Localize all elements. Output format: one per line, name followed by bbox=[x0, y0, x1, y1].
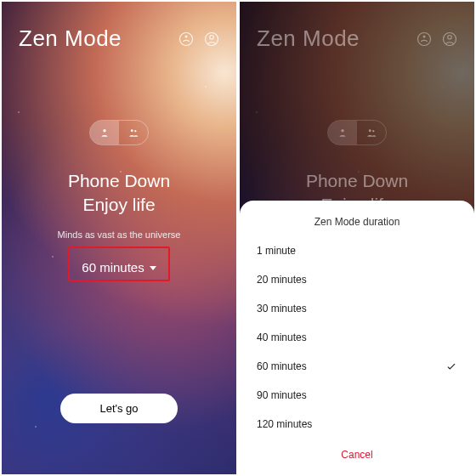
duration-option-label: 60 minutes bbox=[257, 360, 307, 372]
svg-point-11 bbox=[341, 129, 344, 133]
start-button[interactable]: Let's go bbox=[60, 394, 177, 423]
duration-option[interactable]: 30 minutes bbox=[257, 294, 457, 323]
duration-value: 60 minutes bbox=[82, 260, 144, 275]
duration-option-label: 1 minute bbox=[257, 245, 296, 257]
duration-option[interactable]: 40 minutes bbox=[257, 323, 457, 352]
duration-option-label: 120 minutes bbox=[257, 418, 312, 430]
svg-point-13 bbox=[372, 130, 374, 132]
headline-1: Phone Down bbox=[2, 169, 236, 193]
profile-icon bbox=[442, 31, 457, 47]
duration-option[interactable]: 20 minutes bbox=[257, 265, 457, 294]
sheet-cancel-button[interactable]: Cancel bbox=[257, 439, 457, 466]
chevron-down-icon bbox=[150, 266, 156, 270]
sheet-title: Zen Mode duration bbox=[257, 216, 457, 228]
duration-selector[interactable]: 60 minutes bbox=[78, 258, 159, 276]
check-icon bbox=[445, 360, 457, 372]
duration-option-label: 90 minutes bbox=[257, 389, 307, 401]
header: Zen Mode bbox=[2, 2, 236, 52]
duration-option-label: 30 minutes bbox=[257, 303, 307, 314]
meditation-icon[interactable] bbox=[178, 31, 194, 47]
svg-point-12 bbox=[369, 129, 371, 132]
duration-option[interactable]: 60 minutes bbox=[257, 352, 457, 381]
duration-option[interactable]: 1 minute bbox=[257, 236, 457, 265]
duration-option[interactable]: 120 minutes bbox=[257, 410, 457, 439]
duration-option[interactable]: 90 minutes bbox=[257, 381, 457, 410]
profile-icon[interactable] bbox=[204, 31, 219, 47]
svg-point-6 bbox=[134, 130, 136, 132]
svg-point-7 bbox=[418, 32, 431, 45]
mode-toggle[interactable] bbox=[89, 120, 149, 145]
zen-mode-screen: Zen Mode Phone D bbox=[0, 0, 238, 476]
subtitle: Minds as vast as the universe bbox=[2, 230, 236, 240]
app-title: Zen Mode bbox=[257, 26, 416, 52]
app-title: Zen Mode bbox=[19, 26, 178, 52]
svg-point-4 bbox=[103, 129, 106, 133]
duration-option-label: 40 minutes bbox=[257, 332, 307, 343]
svg-point-8 bbox=[423, 35, 426, 37]
headline-2: Enjoy life bbox=[2, 193, 236, 217]
duration-option-label: 20 minutes bbox=[257, 274, 307, 286]
mode-toggle bbox=[327, 120, 387, 145]
svg-point-10 bbox=[448, 35, 452, 39]
svg-point-1 bbox=[185, 35, 188, 37]
zen-mode-screen-with-sheet: Zen Mode Phone Down Enjoy life bbox=[238, 0, 476, 476]
svg-point-3 bbox=[210, 35, 214, 39]
svg-point-5 bbox=[131, 129, 133, 132]
duration-bottom-sheet: Zen Mode duration 1 minute20 minutes30 m… bbox=[240, 201, 474, 474]
headline-1: Phone Down bbox=[240, 169, 474, 193]
svg-point-0 bbox=[180, 32, 193, 45]
mode-group[interactable] bbox=[119, 121, 148, 144]
meditation-icon bbox=[416, 31, 432, 47]
mode-solo[interactable] bbox=[90, 121, 119, 144]
